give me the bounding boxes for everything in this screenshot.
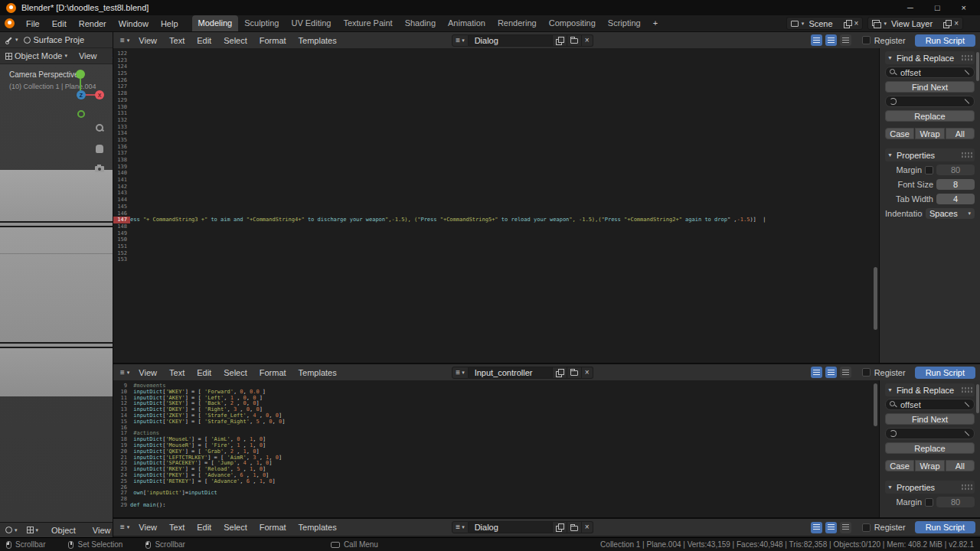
code-line[interactable]: 12 inputDict['SKEY'] = [ 'Back', 2 , 0, … bbox=[113, 400, 879, 406]
find-replace-panel-header[interactable]: ▼ Find & Replace bbox=[885, 51, 975, 64]
run-script-button[interactable]: Run Script bbox=[915, 521, 975, 533]
zoom-icon[interactable] bbox=[96, 124, 103, 132]
scrollbar[interactable] bbox=[874, 383, 877, 426]
code-line[interactable]: 139 bbox=[113, 164, 879, 171]
properties-panel-header[interactable]: ▼ Properties bbox=[885, 481, 975, 494]
case-toggle[interactable]: Case bbox=[885, 460, 914, 471]
menu-view[interactable]: View bbox=[87, 526, 113, 535]
open-text-button[interactable] bbox=[567, 521, 582, 533]
new-text-button[interactable] bbox=[553, 367, 567, 379]
gizmo-x-axis[interactable]: X bbox=[95, 90, 104, 99]
unlink-text-button[interactable]: × bbox=[582, 34, 593, 47]
run-script-button[interactable]: Run Script bbox=[915, 367, 975, 379]
code-line[interactable]: 9 #movements bbox=[113, 383, 879, 389]
menu-view[interactable]: View bbox=[132, 368, 163, 377]
code-line[interactable]: 136 bbox=[113, 144, 879, 151]
code-line[interactable]: 25 inputDict['RETKEY'] = [ 'Advance', 6 … bbox=[113, 478, 879, 484]
find-next-button[interactable]: Find Next bbox=[885, 81, 975, 93]
workspace-tab-uv-editing[interactable]: UV Editing bbox=[285, 15, 337, 31]
add-workspace-button[interactable]: + bbox=[647, 15, 664, 31]
code-line[interactable]: 152 bbox=[113, 250, 879, 257]
minimize-button[interactable]: ─ bbox=[907, 3, 913, 12]
code-line[interactable]: 153 bbox=[113, 256, 879, 263]
code-line[interactable]: 146 bbox=[113, 210, 879, 217]
find-next-button[interactable]: Find Next bbox=[885, 413, 975, 425]
code-line[interactable]: 125 bbox=[113, 70, 879, 77]
camera-view-icon[interactable] bbox=[95, 166, 104, 172]
register-option[interactable]: Register bbox=[862, 368, 906, 377]
browse-text-button[interactable]: ≡ ▾ bbox=[452, 367, 468, 379]
menu-select[interactable]: Select bbox=[106, 51, 113, 60]
properties-panel-header[interactable]: ▼ Properties bbox=[885, 148, 975, 161]
code-line[interactable]: 150 bbox=[113, 236, 879, 243]
code-line[interactable]: 134 bbox=[113, 130, 879, 137]
code-line[interactable]: 129 bbox=[113, 97, 879, 104]
code-line[interactable]: 148 bbox=[113, 223, 879, 230]
gizmo-y-axis[interactable] bbox=[76, 70, 85, 79]
code-line[interactable]: 141 bbox=[113, 177, 879, 184]
copy-icon[interactable] bbox=[844, 20, 851, 28]
menu-select[interactable]: Select bbox=[217, 523, 253, 532]
unlink-text-button[interactable]: × bbox=[582, 367, 593, 379]
menu-templates[interactable]: Templates bbox=[292, 368, 343, 377]
unlink-text-button[interactable]: × bbox=[582, 521, 593, 533]
find-input[interactable]: offset bbox=[885, 399, 975, 410]
margin-checkbox[interactable] bbox=[925, 498, 933, 507]
code-line[interactable]: 145 bbox=[113, 204, 879, 210]
panel-grip-icon[interactable] bbox=[961, 54, 972, 61]
code-line[interactable]: 10 inputDict['WKEY'] = [ 'Forward', 0, 0… bbox=[113, 389, 879, 395]
margin-checkbox[interactable] bbox=[925, 166, 933, 174]
sidebar-scrollbar[interactable] bbox=[976, 52, 979, 81]
copy-icon[interactable] bbox=[943, 20, 951, 28]
menu-object[interactable]: Object bbox=[45, 526, 82, 535]
editor-type-button[interactable]: ▾ bbox=[3, 527, 20, 533]
code-line[interactable]: 20 inputDict['QKEY'] = [ 'Grab', 2 , 1, … bbox=[113, 448, 879, 455]
font-size-field[interactable]: 8 bbox=[936, 179, 975, 190]
menu-select[interactable]: Select bbox=[217, 368, 253, 377]
code-line[interactable]: 133 bbox=[113, 124, 879, 131]
code-line[interactable]: 18 inputDict['MouseL'] = [ 'AimL', 0 , 1… bbox=[113, 436, 879, 442]
code-line[interactable]: 16 bbox=[113, 425, 879, 431]
gizmo-z-axis[interactable]: Z bbox=[77, 90, 86, 99]
mode-selector[interactable]: Object Mode ▾ bbox=[3, 51, 70, 60]
menu-edit[interactable]: Edit bbox=[191, 36, 217, 45]
toggle-word-wrap[interactable] bbox=[825, 522, 837, 533]
all-toggle[interactable]: All bbox=[946, 460, 975, 471]
panel-grip-icon[interactable] bbox=[961, 386, 972, 393]
editor-type-button[interactable]: ▾ bbox=[3, 36, 21, 44]
register-option[interactable]: Register bbox=[862, 36, 906, 45]
scene-selector[interactable]: ▾ Scene × bbox=[786, 17, 864, 30]
menu-help[interactable]: Help bbox=[155, 19, 185, 28]
workspace-tab-sculpting[interactable]: Sculpting bbox=[238, 15, 285, 31]
workspace-tab-texture-paint[interactable]: Texture Paint bbox=[337, 15, 398, 31]
close-icon[interactable]: × bbox=[854, 20, 859, 28]
wrap-toggle[interactable]: Wrap bbox=[915, 460, 944, 471]
panel-grip-icon[interactable] bbox=[961, 484, 972, 491]
code-line[interactable]: 26 bbox=[113, 484, 879, 491]
blender-menu-icon[interactable] bbox=[5, 18, 15, 28]
workspace-tab-shading[interactable]: Shading bbox=[399, 15, 442, 31]
code-line[interactable]: 143 bbox=[113, 190, 879, 197]
wrap-toggle[interactable]: Wrap bbox=[915, 128, 944, 139]
toggle-syntax-highlight[interactable] bbox=[840, 34, 851, 46]
viewport-plane-object[interactable] bbox=[0, 170, 113, 221]
code-line[interactable]: 147ess "+ CommandString3 +" to aim and "… bbox=[113, 217, 879, 223]
replace-input[interactable] bbox=[885, 96, 975, 107]
menu-select[interactable]: Select bbox=[217, 36, 253, 45]
menu-format[interactable]: Format bbox=[253, 523, 292, 532]
code-line[interactable]: 135 bbox=[113, 137, 879, 144]
toggle-syntax-highlight[interactable] bbox=[840, 367, 851, 378]
viewport-plane-object[interactable] bbox=[0, 348, 113, 396]
gizmo-y-negative-axis[interactable] bbox=[77, 110, 85, 118]
workspace-tab-modeling[interactable]: Modeling bbox=[192, 15, 239, 31]
register-checkbox[interactable] bbox=[862, 36, 871, 44]
open-text-button[interactable] bbox=[567, 367, 582, 379]
code-line[interactable]: 144 bbox=[113, 197, 879, 204]
workspace-tab-animation[interactable]: Animation bbox=[442, 15, 492, 31]
code-line[interactable]: 123 bbox=[113, 57, 879, 64]
open-text-button[interactable] bbox=[567, 34, 582, 47]
datablock-name-field[interactable]: Dialog bbox=[469, 521, 553, 533]
toggle-word-wrap[interactable] bbox=[825, 367, 837, 378]
editor-type-button[interactable]: ≡ ▾ bbox=[118, 369, 132, 377]
menu-text[interactable]: Text bbox=[163, 368, 191, 377]
